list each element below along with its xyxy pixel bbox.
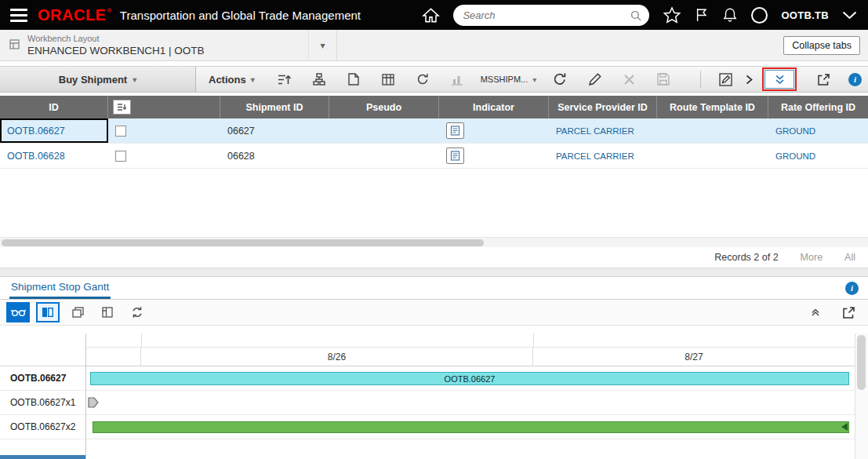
- table-row[interactable]: OOTB.06627 06627 PARCEL CARRIER GROUND: [0, 118, 868, 144]
- search-icon[interactable]: [630, 10, 641, 24]
- column-header-select: [108, 96, 220, 118]
- service-provider-link[interactable]: PARCEL CARRIER: [556, 151, 634, 161]
- auto-refresh-button[interactable]: [409, 68, 436, 90]
- username[interactable]: OOTB.TB: [781, 9, 829, 21]
- star-icon: [663, 6, 681, 24]
- notifications-button[interactable]: [722, 6, 738, 24]
- more-records-button[interactable]: More: [801, 252, 823, 263]
- home-button[interactable]: [422, 7, 440, 24]
- help-icon: ?: [751, 7, 768, 24]
- grid-view-button[interactable]: [375, 68, 401, 90]
- workbench-dropdown-button[interactable]: ▾: [308, 30, 336, 60]
- indicator-button[interactable]: [446, 148, 464, 164]
- edit-in-grid-button[interactable]: [712, 68, 739, 90]
- help-button[interactable]: ?: [751, 7, 768, 24]
- column-header-rate-offering-id[interactable]: Rate Offering ID: [768, 96, 868, 118]
- hamburger-menu-button[interactable]: [0, 0, 38, 30]
- flag-button[interactable]: [695, 6, 709, 24]
- gantt-open-in-new-window-button[interactable]: [842, 306, 855, 319]
- new-document-button[interactable]: [340, 68, 367, 90]
- refresh-results-button[interactable]: [547, 68, 573, 90]
- chart-button[interactable]: [444, 68, 470, 90]
- flag-icon: [695, 6, 709, 24]
- info-button[interactable]: i: [848, 73, 862, 86]
- row-checkbox[interactable]: [115, 151, 126, 162]
- column-header-shipment-id[interactable]: Shipment ID: [220, 96, 329, 118]
- sort-button[interactable]: [271, 68, 298, 90]
- indicator-doc-icon: [450, 151, 460, 161]
- gantt-row-label[interactable]: OOTB.06627: [0, 366, 85, 391]
- column-header-pseudo[interactable]: Pseudo: [329, 96, 439, 118]
- gantt-info-button[interactable]: i: [845, 282, 859, 295]
- split-panel-icon: [42, 308, 53, 317]
- row-checkbox[interactable]: [115, 126, 126, 137]
- rate-offering-link[interactable]: GROUND: [775, 151, 815, 161]
- workbench-labels: Workbench Layout ENHANCED WORKBENCH1 | O…: [27, 33, 205, 58]
- save-button[interactable]: [650, 68, 677, 90]
- scrollbar-thumb[interactable]: [2, 239, 484, 246]
- gantt-row: OOTB.06627: [86, 366, 855, 391]
- sort-icon: [278, 74, 291, 86]
- gantt-label-scrollbar[interactable]: [0, 455, 85, 459]
- saved-query-dropdown[interactable]: MSSHIPM... ▾: [481, 75, 537, 84]
- shipment-link[interactable]: OOTB.06628: [7, 151, 65, 162]
- cell-indicator: [439, 118, 549, 143]
- workbench-icon: [9, 39, 20, 52]
- document-icon: [348, 73, 359, 86]
- column-header-route-template-id[interactable]: Route Template ID: [657, 96, 768, 118]
- gantt-milestone[interactable]: [88, 397, 99, 408]
- external-link-icon: [817, 73, 830, 86]
- panel-splitter[interactable]: [0, 268, 868, 277]
- remove-button[interactable]: [616, 68, 642, 90]
- collapse-tabs-button[interactable]: Collapse tabs: [783, 36, 860, 55]
- chevron-right-button[interactable]: [746, 75, 753, 85]
- scrollbar-thumb[interactable]: [857, 335, 866, 390]
- favorites-button[interactable]: [663, 6, 681, 24]
- panel-layout-button[interactable]: [96, 302, 119, 322]
- expand-details-button[interactable]: [764, 70, 794, 89]
- actions-menu-button[interactable]: Actions ▾: [196, 67, 267, 92]
- horizontal-scrollbar[interactable]: [0, 237, 868, 247]
- service-provider-link[interactable]: PARCEL CARRIER: [556, 126, 634, 136]
- column-header-id[interactable]: ID: [0, 96, 108, 118]
- shipment-link[interactable]: OOTB.06627: [7, 126, 65, 137]
- indicator-button[interactable]: [446, 122, 464, 139]
- gantt-row: [86, 415, 855, 439]
- toggle-label-panel-button[interactable]: [36, 302, 60, 322]
- gridline: [141, 333, 142, 347]
- search-input[interactable]: [453, 5, 649, 26]
- gantt-bar-shipment[interactable]: OOTB.06627: [90, 372, 849, 385]
- hierarchy-view-button[interactable]: [306, 68, 332, 90]
- open-in-new-window-button[interactable]: [810, 68, 837, 90]
- edit-button[interactable]: [581, 68, 608, 90]
- gantt-refresh-button[interactable]: [125, 302, 149, 322]
- collapse-panel-button[interactable]: [811, 309, 820, 316]
- gantt-vertical-scrollbar[interactable]: [855, 333, 868, 459]
- gantt-bar-segment[interactable]: [93, 421, 849, 433]
- tab-buy-shipment[interactable]: Buy Shipment ▾: [0, 67, 196, 92]
- select-rows-button[interactable]: [113, 100, 131, 115]
- column-header-indicator[interactable]: Indicator: [439, 96, 549, 118]
- cell-route-template-id: [657, 118, 768, 143]
- all-records-button[interactable]: All: [844, 252, 855, 263]
- gantt-view-button[interactable]: [6, 302, 30, 322]
- column-header-service-provider-id[interactable]: Service Provider ID: [549, 96, 657, 118]
- gantt-panel-header: Shipment Stop Gantt i: [0, 277, 868, 300]
- refresh-icon: [553, 72, 567, 86]
- date-segment-lead: [86, 348, 141, 366]
- pencil-icon: [588, 73, 601, 86]
- tab-shipment-stop-gantt[interactable]: Shipment Stop Gantt: [9, 277, 111, 299]
- grid-icon: [382, 74, 394, 86]
- gantt-row-label[interactable]: OOTB.06627x1: [0, 391, 85, 415]
- cascade-windows-button[interactable]: [66, 302, 89, 322]
- gantt-row-label[interactable]: OOTB.06627x2: [0, 415, 85, 439]
- rate-offering-link[interactable]: GROUND: [775, 126, 815, 136]
- gantt-timescale-top: [86, 333, 855, 348]
- select-rows-icon: [117, 103, 127, 111]
- top-bar: ORACLE® Transportation and Global Trade …: [0, 0, 868, 30]
- user-menu-button[interactable]: [842, 11, 857, 20]
- table-row[interactable]: OOTB.06628 06628 PARCEL CARRIER GROUND: [0, 144, 868, 169]
- chevron-down-icon: [842, 11, 857, 20]
- cell-rate-offering-id: GROUND: [768, 118, 868, 143]
- panel-icon: [102, 307, 113, 318]
